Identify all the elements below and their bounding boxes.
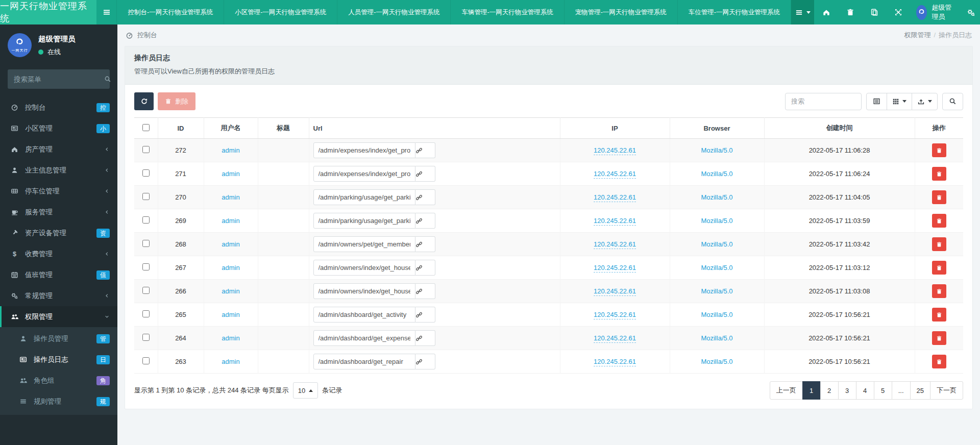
url-input[interactable]: [313, 307, 415, 323]
row-checkbox[interactable]: [142, 357, 150, 364]
sidebar-item-操作员管理[interactable]: 操作员管理管: [0, 328, 117, 349]
sidebar-item-业主信息管理[interactable]: 业主信息管理: [0, 160, 117, 181]
page-size-select[interactable]: 10: [293, 382, 318, 399]
pager-button-下一页[interactable]: 下一页: [930, 381, 963, 400]
select-all-checkbox[interactable]: [142, 124, 150, 131]
row-checkbox[interactable]: [142, 334, 150, 341]
browser-link[interactable]: Mozilla/5.0: [701, 287, 732, 295]
search-toggle-button[interactable]: [942, 93, 963, 110]
sidebar-item-控制台[interactable]: 控制台控: [0, 97, 117, 118]
browser-link[interactable]: Mozilla/5.0: [701, 311, 732, 318]
username-link[interactable]: admin: [222, 217, 239, 225]
sidebar-item-操作员日志[interactable]: 操作员日志日: [0, 349, 117, 370]
columns-button[interactable]: [887, 93, 912, 110]
expand-button[interactable]: [886, 0, 910, 24]
row-checkbox[interactable]: [142, 263, 150, 270]
sidebar-item-常规管理[interactable]: 常规管理: [0, 285, 117, 306]
url-input[interactable]: [313, 189, 415, 205]
username-link[interactable]: admin: [222, 358, 239, 365]
ip-link[interactable]: 120.245.22.61: [594, 311, 636, 319]
url-input[interactable]: [313, 236, 415, 252]
username-link[interactable]: admin: [222, 146, 239, 154]
row-delete-button[interactable]: [932, 237, 946, 251]
username-link[interactable]: admin: [222, 311, 239, 318]
pager-button-1[interactable]: 1: [802, 381, 821, 400]
sidebar-item-房产管理[interactable]: 房产管理: [0, 139, 117, 160]
browser-link[interactable]: Mozilla/5.0: [701, 240, 732, 248]
row-delete-button[interactable]: [932, 214, 946, 228]
breadcrumb[interactable]: 控制台: [126, 31, 157, 40]
row-delete-button[interactable]: [932, 331, 946, 345]
open-url-button[interactable]: [415, 213, 435, 229]
sidebar-item-角色组[interactable]: 角色组角: [0, 370, 117, 391]
pager-button-4[interactable]: 4: [856, 381, 874, 400]
ip-link[interactable]: 120.245.22.61: [594, 334, 636, 343]
trash-button[interactable]: [838, 0, 862, 24]
url-input[interactable]: [313, 142, 415, 158]
copy-button[interactable]: [862, 0, 886, 24]
nav-tab[interactable]: 人员管理-一网天行物业管理系统: [337, 0, 451, 24]
sidebar-item-资产设备管理[interactable]: 资产设备管理资: [0, 222, 117, 243]
browser-link[interactable]: Mozilla/5.0: [701, 334, 732, 342]
browser-link[interactable]: Mozilla/5.0: [701, 358, 732, 365]
sidebar-item-小区管理[interactable]: 小区管理小: [0, 118, 117, 139]
sidebar-item-收费管理[interactable]: $收费管理: [0, 243, 117, 264]
username-link[interactable]: admin: [222, 170, 239, 178]
row-checkbox[interactable]: [142, 216, 150, 224]
detail-view-button[interactable]: [866, 93, 887, 110]
url-input[interactable]: [313, 330, 415, 346]
user-menu[interactable]: 超级管理员: [910, 0, 962, 24]
ip-link[interactable]: 120.245.22.61: [594, 240, 636, 249]
browser-link[interactable]: Mozilla/5.0: [701, 170, 732, 178]
row-delete-button[interactable]: [932, 143, 946, 157]
refresh-button[interactable]: [134, 92, 154, 110]
row-delete-button[interactable]: [932, 308, 946, 322]
settings-button[interactable]: [962, 0, 980, 24]
open-url-button[interactable]: [415, 307, 435, 323]
open-url-button[interactable]: [415, 354, 435, 369]
row-checkbox[interactable]: [142, 193, 150, 200]
nav-tab[interactable]: 宠物管理-一网天行物业管理系统: [565, 0, 678, 24]
row-delete-button[interactable]: [932, 355, 946, 368]
username-link[interactable]: admin: [222, 264, 239, 271]
ip-link[interactable]: 120.245.22.61: [594, 146, 636, 155]
browser-link[interactable]: Mozilla/5.0: [701, 264, 732, 271]
row-delete-button[interactable]: [932, 167, 946, 181]
ip-link[interactable]: 120.245.22.61: [594, 193, 636, 202]
ip-link[interactable]: 120.245.22.61: [594, 264, 636, 273]
url-input[interactable]: [313, 213, 415, 229]
pager-button-5[interactable]: 5: [874, 381, 892, 400]
home-button[interactable]: [814, 0, 838, 24]
url-input[interactable]: [313, 283, 415, 299]
menu-search-input[interactable]: [14, 76, 104, 83]
open-url-button[interactable]: [415, 142, 435, 158]
sidebar-item-停车位管理[interactable]: 停车位管理: [0, 181, 117, 202]
ip-link[interactable]: 120.245.22.61: [594, 287, 636, 296]
row-checkbox[interactable]: [142, 287, 150, 294]
row-delete-button[interactable]: [932, 190, 946, 204]
row-delete-button[interactable]: [932, 284, 946, 298]
username-link[interactable]: admin: [222, 287, 239, 295]
open-url-button[interactable]: [415, 166, 435, 182]
pager-button-3[interactable]: 3: [838, 381, 856, 400]
open-url-button[interactable]: [415, 283, 435, 299]
row-checkbox[interactable]: [142, 169, 150, 177]
url-input[interactable]: [313, 260, 415, 276]
sidebar-item-权限管理[interactable]: 权限管理: [0, 306, 117, 327]
row-checkbox[interactable]: [142, 240, 150, 247]
nav-tab[interactable]: 车辆管理-一网天行物业管理系统: [451, 0, 564, 24]
row-delete-button[interactable]: [932, 261, 946, 275]
pager-button-上一页[interactable]: 上一页: [770, 381, 803, 400]
nav-tab[interactable]: 控制台-一网天行物业管理系统: [116, 0, 224, 24]
browser-link[interactable]: Mozilla/5.0: [701, 193, 732, 201]
table-search-input[interactable]: [785, 93, 862, 110]
tab-list-dropdown-button[interactable]: [791, 0, 814, 24]
browser-link[interactable]: Mozilla/5.0: [701, 146, 732, 154]
ip-link[interactable]: 120.245.22.61: [594, 170, 636, 179]
row-checkbox[interactable]: [142, 146, 150, 153]
sidebar-item-值班管理[interactable]: 值班管理值: [0, 264, 117, 285]
username-link[interactable]: admin: [222, 193, 239, 201]
sidebar-item-规则管理[interactable]: 规则管理规: [0, 391, 117, 412]
row-checkbox[interactable]: [142, 310, 150, 317]
username-link[interactable]: admin: [222, 334, 239, 342]
